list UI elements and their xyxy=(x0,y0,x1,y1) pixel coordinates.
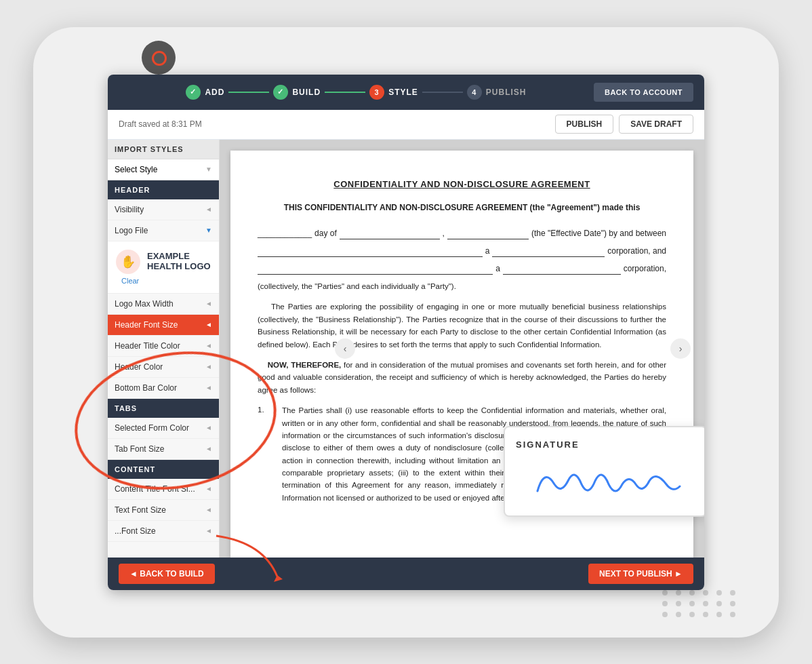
content-title-font-size-arrow: ◄ xyxy=(205,485,212,492)
document-area: ‹ › CONFIDENTIALITY AND NON-DISCLOSURE A… xyxy=(220,140,704,558)
logo-max-width-arrow: ◄ xyxy=(205,300,212,307)
outer-container: ✓ ADD ✓ BUILD 3 STYLE 4 PUBLISH xyxy=(33,27,779,638)
doc-field-line-1: ____________ day of , (the "Effective Da… xyxy=(258,227,666,239)
header-font-size-label: Header Font Size xyxy=(115,320,178,330)
top-nav: ✓ ADD ✓ BUILD 3 STYLE 4 PUBLISH xyxy=(108,75,704,110)
doc-nav-left[interactable]: ‹ xyxy=(335,338,355,359)
text-font-size-arrow: ◄ xyxy=(205,506,212,513)
content-section-header: CONTENT xyxy=(108,460,219,479)
logo-file-arrow: ▼ xyxy=(205,227,212,234)
step-publish: 4 PUBLISH xyxy=(467,85,527,100)
step-style: 3 STYLE xyxy=(369,85,418,100)
signature-overlay: SIGNATURE xyxy=(504,426,704,517)
step-add-circle: ✓ xyxy=(186,85,201,100)
app-window: ✓ ADD ✓ BUILD 3 STYLE 4 PUBLISH xyxy=(108,75,704,590)
logo-file-label: Logo File xyxy=(115,226,148,235)
visibility-arrow: ◄ xyxy=(205,206,212,213)
document-page: CONFIDENTIALITY AND NON-DISCLOSURE AGREE… xyxy=(230,151,693,558)
option-font-size-label: ...Font Size xyxy=(115,526,156,536)
step-build-label: BUILD xyxy=(292,87,321,97)
select-style-arrow: ▼ xyxy=(205,165,212,173)
header-color-label: Header Color xyxy=(115,362,163,372)
toolbar-actions: PUBLISH SAVE DRAFT xyxy=(555,115,693,134)
sidebar-item-visibility[interactable]: Visibility ◄ xyxy=(108,199,219,220)
sidebar-item-content-title-font-size[interactable]: Content Title Font Si... ◄ xyxy=(108,479,219,500)
selected-form-color-label: Selected Form Color xyxy=(115,423,189,433)
step-publish-circle: 4 xyxy=(467,85,482,100)
save-draft-button[interactable]: SAVE DRAFT xyxy=(619,115,693,134)
sidebar-item-selected-form-color[interactable]: Selected Form Color ◄ xyxy=(108,418,219,439)
annotation-ring-red xyxy=(152,51,167,66)
step-style-circle: 3 xyxy=(369,85,384,100)
sidebar-item-tab-font-size[interactable]: Tab Font Size ◄ xyxy=(108,439,219,460)
back-account-button[interactable]: BACK TO ACCOUNT xyxy=(594,83,693,102)
publish-button[interactable]: PUBLISH xyxy=(555,115,614,134)
tabs-section-header: TABS xyxy=(108,399,219,418)
tab-font-size-label: Tab Font Size xyxy=(115,444,164,454)
doc-title: CONFIDENTIALITY AND NON-DISCLOSURE AGREE… xyxy=(258,178,666,191)
sidebar-item-logo-file[interactable]: Logo File ▼ xyxy=(108,220,219,241)
draft-status: Draft saved at 8:31 PM xyxy=(119,119,202,129)
header-font-size-arrow: ◄ xyxy=(205,321,212,328)
sidebar-item-header-title-color[interactable]: Header Title Color ◄ xyxy=(108,336,219,357)
logo-hand-icon: ✋ xyxy=(115,248,142,275)
select-style-row[interactable]: Select Style ▼ xyxy=(108,159,219,180)
doc-subtitle: THIS CONFIDENTIALITY AND NON-DISCLOSURE … xyxy=(258,201,666,214)
signature-label: SIGNATURE xyxy=(516,438,695,452)
step-publish-label: PUBLISH xyxy=(486,87,527,97)
import-styles-header: IMPORT STYLES xyxy=(108,140,219,159)
doc-field-line-3: a corporation, xyxy=(258,262,666,275)
signature-image xyxy=(516,457,695,505)
bottom-bar-color-label: Bottom Bar Color xyxy=(115,383,177,393)
clear-logo-link[interactable]: Clear xyxy=(115,275,212,286)
doc-field-line-4: (collectively, the "Parties" and each in… xyxy=(258,280,666,292)
header-title-color-arrow: ◄ xyxy=(205,342,212,349)
sidebar-item-bottom-bar-color[interactable]: Bottom Bar Color ◄ xyxy=(108,378,219,399)
option-font-size-arrow: ◄ xyxy=(205,527,212,534)
bottom-bar-color-arrow: ◄ xyxy=(205,384,212,391)
doc-nav-right[interactable]: › xyxy=(670,338,691,359)
sidebar-item-header-color[interactable]: Header Color ◄ xyxy=(108,357,219,378)
doc-field-line-2: a corporation, and xyxy=(258,245,666,257)
logo-max-width-label: Logo Max Width xyxy=(115,299,174,309)
sidebar: IMPORT STYLES Select Style ▼ HEADER Visi… xyxy=(108,140,220,558)
step-style-label: STYLE xyxy=(388,87,418,97)
next-to-publish-button[interactable]: NEXT TO PUBLISH ► xyxy=(588,564,693,584)
step-add-label: ADD xyxy=(205,87,224,97)
sub-toolbar: Draft saved at 8:31 PM PUBLISH SAVE DRAF… xyxy=(108,110,704,140)
header-color-arrow: ◄ xyxy=(205,363,212,370)
logo-area: ✋ EXAMPLEHEALTH LOGO Clear xyxy=(108,241,219,294)
dots-pattern xyxy=(662,590,738,617)
back-to-build-button[interactable]: ◄ BACK TO BUILD xyxy=(119,564,215,584)
sidebar-item-text-font-size[interactable]: Text Font Size ◄ xyxy=(108,500,219,521)
doc-paragraph-1: The Parties are exploring the possibilit… xyxy=(258,300,666,351)
sidebar-item-option-font-size[interactable]: ...Font Size ◄ xyxy=(108,521,219,542)
logo-placeholder: ✋ EXAMPLEHEALTH LOGO xyxy=(115,248,212,275)
step-line-3 xyxy=(422,92,463,93)
main-content: IMPORT STYLES Select Style ▼ HEADER Visi… xyxy=(108,140,704,558)
step-build: ✓ BUILD xyxy=(273,85,321,100)
visibility-label: Visibility xyxy=(115,205,144,214)
sidebar-item-logo-max-width[interactable]: Logo Max Width ◄ xyxy=(108,294,219,315)
nav-steps: ✓ ADD ✓ BUILD 3 STYLE 4 PUBLISH xyxy=(119,85,594,100)
sidebar-item-header-font-size[interactable]: Header Font Size ◄ xyxy=(108,315,219,336)
logo-text-block: EXAMPLEHEALTH LOGO xyxy=(147,252,211,271)
header-section-header: HEADER xyxy=(108,180,219,199)
step-line-2 xyxy=(325,92,365,93)
doc-now-therefore: NOW, THEREFORE, for and in consideration… xyxy=(258,359,666,396)
step-build-circle: ✓ xyxy=(273,85,288,100)
select-style-label: Select Style xyxy=(115,165,157,174)
text-font-size-label: Text Font Size xyxy=(115,505,166,515)
selected-form-color-arrow: ◄ xyxy=(205,424,212,431)
signature-svg xyxy=(524,461,687,501)
svg-text:✋: ✋ xyxy=(121,254,136,269)
step-add: ✓ ADD xyxy=(186,85,224,100)
tab-font-size-arrow: ◄ xyxy=(205,445,212,452)
header-title-color-label: Header Title Color xyxy=(115,341,180,351)
step-line-1 xyxy=(228,92,269,93)
content-title-font-size-label: Content Title Font Si... xyxy=(115,484,195,494)
bottom-bar: ◄ BACK TO BUILD NEXT TO PUBLISH ► xyxy=(108,558,704,590)
